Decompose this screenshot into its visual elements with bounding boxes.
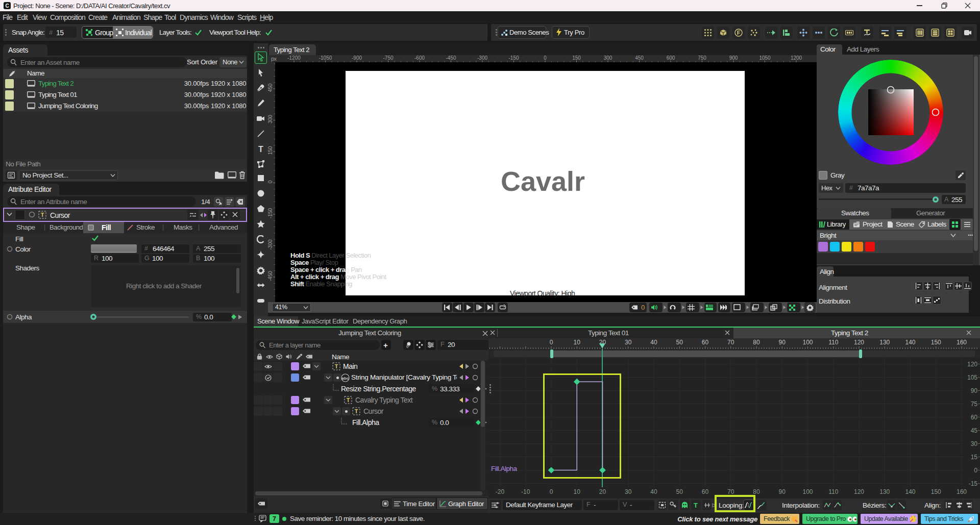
svg-text:150: 150 <box>572 55 581 61</box>
svg-text:60: 60 <box>702 339 709 346</box>
svg-text:T: T <box>335 363 338 369</box>
svg-text:900: 900 <box>729 55 738 61</box>
svg-text:-150: -150 <box>268 208 273 218</box>
svg-text:-1200: -1200 <box>287 55 301 61</box>
svg-text:120: 120 <box>854 339 864 346</box>
svg-text:T: T <box>694 502 698 509</box>
svg-text:300: 300 <box>268 115 273 123</box>
svg-text:-600: -600 <box>414 55 425 61</box>
svg-text:0: 0 <box>550 339 553 346</box>
svg-text:-900: -900 <box>352 55 362 61</box>
svg-text:T: T <box>355 408 358 414</box>
svg-text:100: 100 <box>802 339 813 346</box>
svg-text:0: 0 <box>268 180 273 183</box>
svg-text:1050: 1050 <box>759 55 771 61</box>
svg-text:600: 600 <box>667 55 675 61</box>
svg-text:F: F <box>737 30 741 36</box>
svg-text:-750: -750 <box>383 55 393 61</box>
svg-text:50: 50 <box>676 339 683 346</box>
svg-text:450: 450 <box>268 83 273 92</box>
svg-text:450: 450 <box>635 55 644 61</box>
svg-text:-300: -300 <box>268 239 273 249</box>
svg-text:1200: 1200 <box>791 55 802 61</box>
svg-text:-450: -450 <box>446 55 456 61</box>
svg-text:0: 0 <box>544 55 547 61</box>
svg-text:40: 40 <box>650 339 657 346</box>
svg-text:10: 10 <box>574 339 581 346</box>
svg-text:150: 150 <box>268 146 273 155</box>
svg-text:130: 130 <box>879 339 890 346</box>
svg-text:C: C <box>5 3 9 9</box>
svg-text:750: 750 <box>698 55 706 61</box>
svg-text:-150: -150 <box>508 55 519 61</box>
svg-text:T: T <box>258 145 263 154</box>
svg-text:90: 90 <box>779 339 786 346</box>
svg-text:140: 140 <box>905 339 915 346</box>
svg-text:-1050: -1050 <box>319 55 332 61</box>
svg-text:80: 80 <box>753 339 760 346</box>
svg-text:160: 160 <box>957 339 967 346</box>
svg-text:abc: abc <box>342 376 349 381</box>
svg-text:T: T <box>347 397 350 403</box>
svg-text:-450: -450 <box>268 271 273 281</box>
svg-text:300: 300 <box>604 55 612 61</box>
svg-text:110: 110 <box>828 339 838 346</box>
svg-text:30: 30 <box>625 339 632 346</box>
svg-text:150: 150 <box>931 339 941 346</box>
svg-text:70: 70 <box>727 339 734 346</box>
svg-text:-300: -300 <box>477 55 487 61</box>
svg-text:T: T <box>41 212 44 218</box>
